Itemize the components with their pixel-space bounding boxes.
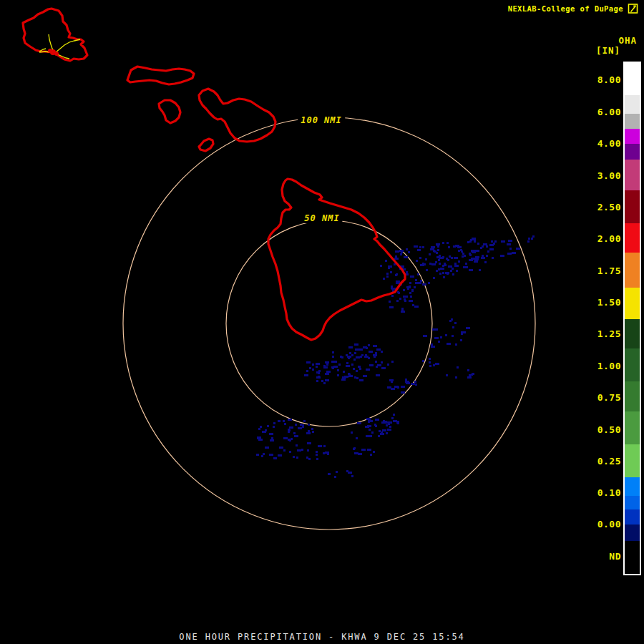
legend-units-label: [IN]	[596, 45, 620, 56]
legend-segment	[625, 63, 640, 95]
legend-segment	[625, 444, 640, 477]
header: NEXLAB-College of DuPage	[508, 3, 639, 14]
legend-segment	[625, 525, 640, 541]
legend-segment	[625, 319, 640, 348]
legend-segment	[625, 95, 640, 114]
legend-color-bar	[623, 62, 641, 575]
radar-display: 100 NMI 50 NMI NEXLAB-College of DuPage …	[0, 0, 644, 644]
product-caption: ONE HOUR PRECIPITATION - KHWA 9 DEC 25 1…	[179, 632, 464, 642]
legend-segment	[625, 411, 640, 444]
legend-station-label: OHA	[618, 35, 637, 46]
legend-segment	[625, 477, 640, 496]
island-outline-lanai	[159, 100, 180, 123]
legend-segment	[625, 114, 640, 129]
legend-segment	[625, 253, 640, 288]
legend-segment	[625, 190, 640, 223]
site-title: NEXLAB-College of DuPage	[508, 4, 623, 13]
island-outline-maui	[199, 89, 275, 142]
range-ring-label-100nmi: 100 NMI	[298, 115, 345, 125]
legend-segment	[625, 381, 640, 411]
island-outline-hawaii	[268, 179, 405, 340]
island-outline-molokai	[127, 67, 194, 84]
legend-segment	[625, 223, 640, 253]
legend-segment	[625, 129, 640, 144]
legend-segment	[625, 144, 640, 160]
island-outline-kahoolawe	[199, 139, 213, 151]
cod-bolt-icon	[628, 3, 639, 14]
legend-segment	[625, 160, 640, 190]
urban-area-dot	[48, 49, 52, 53]
legend-segment	[625, 288, 640, 319]
legend-segment	[625, 541, 640, 574]
legend-segment	[625, 496, 640, 509]
legend-segment	[625, 348, 640, 381]
urban-area-dot	[54, 52, 59, 56]
road-line	[56, 39, 80, 52]
range-ring-label-50nmi: 50 NMI	[301, 213, 342, 223]
radar-map	[0, 0, 644, 644]
legend-segment	[625, 509, 640, 525]
